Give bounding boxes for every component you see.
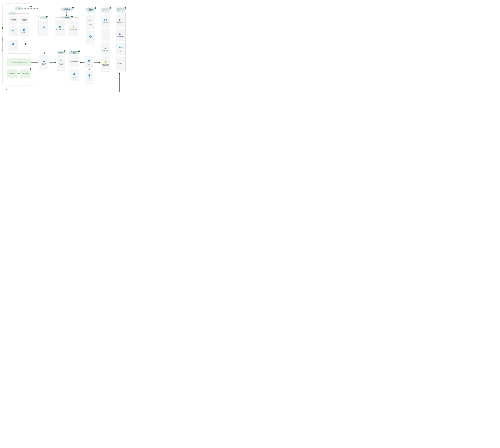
label-vendor: Vendor devices	[9, 73, 15, 74]
cloud-download-icon	[12, 43, 15, 46]
label-data-explorer: Azure Data Explorer	[58, 63, 65, 65]
svg-point-28	[89, 75, 90, 76]
pill-service-apps: Service applications	[101, 7, 110, 12]
card-data-factory: Azure Data Factory	[39, 55, 48, 69]
label-ml: Azure Machine Learning	[70, 76, 78, 78]
badge-11: 11	[78, 50, 80, 52]
pill-operational: Operational rules and insight	[69, 51, 79, 54]
label-iot-runtime: IoT Edge runtime	[10, 46, 17, 48]
card-cognitive-services: Cognitive services	[9, 26, 18, 36]
card-data-explorer: Azure Data Explorer	[57, 55, 65, 69]
card-logic-apps: Logic Apps	[101, 15, 110, 27]
card-power-platform: Power Platform and BI apps	[101, 56, 110, 70]
badge-8: 8	[71, 16, 73, 17]
label-data-lake: Azure Data Lake	[86, 63, 93, 65]
svg-rect-32	[105, 61, 106, 63]
diagram-canvas: BACnet, Modbus, KNX, LonWorks 1 Devices …	[0, 0, 128, 96]
svg-point-30	[105, 48, 106, 48]
card-b2b-connector: B2B connector	[20, 69, 31, 78]
badge-3: 3	[25, 43, 27, 45]
card-api-management: API management services	[86, 15, 95, 29]
cloud-brain-icon	[12, 29, 15, 32]
azure-logo-icon	[5, 88, 7, 91]
pill-access-layer: Solution access layer & API	[85, 7, 96, 12]
svg-rect-33	[106, 61, 107, 63]
card-machine-learning: Azure Machine Learning	[69, 69, 79, 81]
badge-10: 10	[64, 50, 65, 52]
label-signalr: SignalR	[89, 39, 92, 40]
label-cognitive: Cognitive services	[10, 32, 17, 33]
azure-brand: Microsoft Azure	[5, 88, 12, 91]
label-data-factory: Azure Data Factory	[40, 63, 48, 65]
card-data-lake: Azure Data Lake	[85, 56, 93, 68]
badge-1: 1	[2, 27, 3, 29]
label-iot-hub: IOT Hub	[42, 29, 46, 31]
globe-phone-icon	[119, 46, 122, 49]
label-web-mobile: Web & mobile Apps	[117, 49, 124, 52]
card-dynamics-365: Dynamics 365	[116, 15, 125, 27]
card-custom-edge-module: Custom Edge Module	[19, 16, 29, 24]
card-connectivity-adapter: Connectivity adapter	[9, 16, 18, 24]
card-azure-maps: Azure Maps	[101, 43, 110, 55]
card-microsoft-teams: T Microsoft Teams	[116, 29, 125, 41]
logic-apps-icon	[104, 19, 107, 21]
label-graph: Microsoft Graph	[102, 34, 109, 35]
card-iot-hub: IOT Hub	[39, 20, 48, 36]
ml-flask-icon	[73, 72, 76, 75]
pill-model-management: Model management	[61, 7, 73, 11]
badge-2: 2	[30, 5, 32, 7]
svg-point-25	[59, 27, 60, 27]
badge-9: 9	[72, 7, 74, 9]
data-lake-folder-icon	[88, 59, 91, 62]
signalr-icon	[89, 35, 92, 38]
label-sql-edge: SQL Edge	[22, 32, 26, 33]
card-external-systems: External systems, legacy/batch systems	[7, 59, 31, 66]
badge-6: 6	[46, 16, 48, 17]
card-azure-digital-twins: Azure Digital Twins	[55, 20, 65, 36]
pill-historian: Historian	[57, 51, 65, 54]
protocol-rail-label: BACnet, Modbus, KNX, LonWorks	[2, 38, 3, 51]
label-synapse: Azure Synapse	[86, 78, 92, 79]
label-power-plat: Power Platform and BI apps	[102, 64, 109, 66]
svg-text:T: T	[119, 34, 120, 35]
card-web-mobile: Web & mobile Apps	[116, 43, 125, 55]
svg-rect-39	[121, 47, 121, 48]
label-external: External systems, legacy/batch systems	[11, 62, 27, 63]
card-iot-edge-runtime: IoT Edge runtime	[9, 40, 18, 50]
card-wearables: Wearables	[116, 56, 125, 71]
badge-15: 15	[125, 7, 126, 9]
label-maps: Azure Maps	[103, 50, 108, 51]
label-sim-engines: Simulation engines	[70, 61, 78, 62]
dynamics-icon	[119, 19, 122, 21]
synapse-icon	[88, 74, 91, 77]
label-apim: API management services	[87, 23, 94, 25]
badge-13: 13	[95, 7, 96, 9]
label-wearables: Wearables	[118, 63, 123, 64]
card-signalr: SignalR	[86, 31, 95, 44]
label-functions: Azure Functions	[70, 29, 77, 30]
pill-enterprise: Enterprise applications	[116, 7, 125, 12]
svg-point-26	[60, 27, 61, 28]
data-explorer-icon	[60, 59, 63, 62]
card-vendor-devices: Vendor devices	[7, 69, 17, 78]
pill-iot-edge: IoT edge	[9, 12, 16, 15]
pill-digital-twins: Digital twins	[62, 16, 72, 19]
teams-icon: T	[119, 33, 122, 35]
sql-database-icon: SQL	[23, 29, 26, 32]
label-custom-edge: Custom Edge Module	[20, 19, 28, 21]
brand-line-2: Azure	[8, 90, 12, 91]
card-simulation-engines: Simulation engines	[69, 55, 79, 67]
badge-14: 14	[110, 7, 111, 9]
bar-chart-icon	[104, 61, 107, 63]
digital-twins-icon	[59, 26, 61, 29]
label-logic-apps: Logic Apps	[103, 22, 108, 23]
badge-4: 4	[30, 58, 31, 59]
label-adt: Azure Digital Twins	[56, 29, 64, 30]
pill-devices: Devices	[15, 6, 22, 10]
svg-rect-31	[105, 62, 105, 63]
badge-12: 12	[89, 69, 90, 70]
card-sql-edge: SQL SQL Edge	[19, 26, 29, 36]
maps-pin-icon	[104, 47, 107, 49]
svg-text:SQL: SQL	[23, 30, 25, 31]
factory-icon	[43, 60, 45, 62]
